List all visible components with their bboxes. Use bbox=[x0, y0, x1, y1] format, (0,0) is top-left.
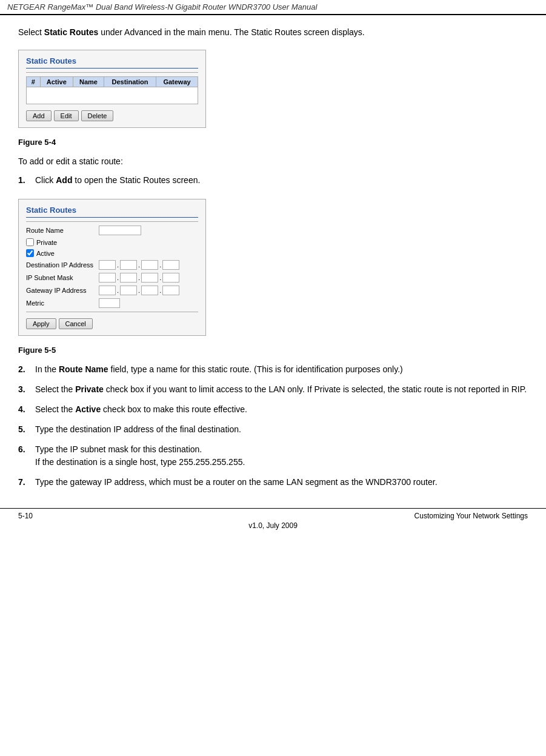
route-name-input[interactable] bbox=[99, 226, 141, 235]
subnet-octet-4[interactable] bbox=[162, 273, 179, 283]
step-2-text: In the Route Name field, type a name for… bbox=[35, 363, 403, 376]
footer-row1: 5-10 Customizing Your Network Settings bbox=[18, 509, 528, 521]
active-checkbox[interactable] bbox=[26, 249, 34, 257]
figure-5-buttons: Apply Cancel bbox=[26, 318, 198, 329]
step-4-after: check box to make this route effective. bbox=[101, 404, 247, 414]
step-3-num: 3. bbox=[18, 383, 32, 396]
step-2-num: 2. bbox=[18, 363, 32, 376]
subnet-octet-3[interactable] bbox=[141, 273, 158, 283]
col-active: Active bbox=[40, 77, 73, 87]
metric-row: Metric bbox=[26, 298, 198, 308]
figure-5-title: Static Routes bbox=[26, 206, 198, 218]
step-4-text: Select the Active check box to make this… bbox=[35, 403, 247, 416]
step-1-before: Click bbox=[35, 175, 56, 185]
step-5-text: Type the destination IP address of the f… bbox=[35, 423, 241, 436]
step-4: 4. Select the Active check box to make t… bbox=[18, 403, 528, 416]
figure-5-label: Figure 5-5 bbox=[18, 346, 528, 355]
page-content: Select Static Routes under Advanced in t… bbox=[0, 15, 546, 508]
figure-4-box: Static Routes # Active Name Destination … bbox=[18, 50, 206, 128]
active-row: Active bbox=[26, 249, 198, 257]
static-routes-table: # Active Name Destination Gateway bbox=[26, 76, 198, 104]
gateway-octet-1[interactable] bbox=[99, 286, 116, 295]
route-name-label: Route Name bbox=[26, 227, 99, 234]
step-3-bold: Private bbox=[75, 384, 104, 394]
step-6: 6. Type the IP subnet mask for this dest… bbox=[18, 443, 528, 469]
gateway-ip-row: Gateway IP Address . . . bbox=[26, 286, 198, 295]
footer-row2: v1.0, July 2009 bbox=[18, 521, 528, 533]
delete-button[interactable]: Delete bbox=[81, 110, 114, 121]
intro-text-after: under Advanced in the main menu. The Sta… bbox=[98, 27, 364, 37]
gateway-octet-2[interactable] bbox=[120, 286, 137, 295]
step-1-bold: Add bbox=[56, 175, 72, 185]
step-3-after: check box if you want to limit access to… bbox=[104, 384, 527, 394]
step-7: 7. Type the gateway IP address, which mu… bbox=[18, 476, 528, 489]
step-5-num: 5. bbox=[18, 423, 32, 436]
step-2-bold: Route Name bbox=[59, 364, 108, 374]
remaining-steps: 2. In the Route Name field, type a name … bbox=[18, 363, 528, 489]
metric-label: Metric bbox=[26, 299, 99, 307]
step-4-num: 4. bbox=[18, 403, 32, 416]
destination-ip-label: Destination IP Address bbox=[26, 261, 99, 269]
col-name: Name bbox=[73, 77, 104, 87]
col-hash: # bbox=[27, 77, 41, 87]
figure-4-buttons: Add Edit Delete bbox=[26, 110, 198, 121]
page-header: NETGEAR RangeMax™ Dual Band Wireless-N G… bbox=[0, 0, 546, 15]
step-4-before: Select the bbox=[35, 404, 75, 414]
footer-center: v1.0, July 2009 bbox=[248, 521, 298, 530]
subnet-octet-1[interactable] bbox=[99, 273, 116, 283]
subnet-mask-row: IP Subnet Mask . . . bbox=[26, 273, 198, 283]
steps-list: 1. Click Add to open the Static Routes s… bbox=[18, 174, 528, 187]
step-6-text: Type the IP subnet mask for this destina… bbox=[35, 443, 245, 469]
gateway-octet-4[interactable] bbox=[162, 286, 179, 295]
apply-button[interactable]: Apply bbox=[26, 318, 56, 329]
dest-ip-octet-2[interactable] bbox=[120, 260, 137, 270]
step-7-text: Type the gateway IP address, which must … bbox=[35, 476, 438, 489]
metric-input[interactable] bbox=[99, 298, 120, 308]
intro-text-before: Select bbox=[18, 27, 44, 37]
add-edit-intro: To add or edit a static route: bbox=[18, 155, 528, 168]
dest-ip-octet-1[interactable] bbox=[99, 260, 116, 270]
step-2: 2. In the Route Name field, type a name … bbox=[18, 363, 528, 376]
intro-bold: Static Routes bbox=[44, 27, 98, 37]
page-footer: 5-10 Customizing Your Network Settings v… bbox=[0, 508, 546, 533]
private-row: Private bbox=[26, 238, 198, 246]
private-checkbox[interactable] bbox=[26, 238, 34, 246]
edit-button[interactable]: Edit bbox=[54, 110, 79, 121]
add-button[interactable]: Add bbox=[26, 110, 52, 121]
figure-4-title: Static Routes bbox=[26, 56, 198, 69]
route-name-row: Route Name bbox=[26, 226, 198, 235]
figure-5-box: Static Routes Route Name Private Active … bbox=[18, 199, 206, 336]
step-5: 5. Type the destination IP address of th… bbox=[18, 423, 528, 436]
footer-right: Customizing Your Network Settings bbox=[414, 512, 528, 520]
subnet-mask-label: IP Subnet Mask bbox=[26, 274, 99, 281]
cancel-button[interactable]: Cancel bbox=[59, 318, 93, 329]
gateway-octet-3[interactable] bbox=[141, 286, 158, 295]
step-7-num: 7. bbox=[18, 476, 32, 489]
dest-ip-octet-3[interactable] bbox=[141, 260, 158, 270]
step-1-text: Click Add to open the Static Routes scre… bbox=[35, 174, 200, 187]
step-3-before: Select the bbox=[35, 384, 75, 394]
destination-ip-group: . . . bbox=[99, 260, 179, 270]
gateway-ip-label: Gateway IP Address bbox=[26, 287, 99, 294]
step-6-num: 6. bbox=[18, 443, 32, 469]
step-1-num: 1. bbox=[18, 174, 32, 187]
subnet-octet-2[interactable] bbox=[120, 273, 137, 283]
step-2-after: field, type a name for this static route… bbox=[108, 364, 403, 374]
step-3: 3. Select the Private check box if you w… bbox=[18, 383, 528, 396]
step-1: 1. Click Add to open the Static Routes s… bbox=[18, 174, 528, 187]
private-label: Private bbox=[36, 239, 57, 246]
col-destination: Destination bbox=[104, 77, 156, 87]
step-3-text: Select the Private check box if you want… bbox=[35, 383, 527, 396]
col-gateway: Gateway bbox=[156, 77, 198, 87]
dest-ip-octet-4[interactable] bbox=[162, 260, 179, 270]
active-label: Active bbox=[36, 250, 55, 257]
step-4-bold: Active bbox=[75, 404, 101, 414]
intro-paragraph: Select Static Routes under Advanced in t… bbox=[18, 26, 528, 39]
subnet-mask-group: . . . bbox=[99, 273, 179, 283]
gateway-ip-group: . . . bbox=[99, 286, 179, 295]
step-1-after: to open the Static Routes screen. bbox=[72, 175, 200, 185]
destination-ip-row: Destination IP Address . . . bbox=[26, 260, 198, 270]
step-2-before: In the bbox=[35, 364, 59, 374]
footer-left: 5-10 bbox=[18, 512, 33, 520]
figure-4-label: Figure 5-4 bbox=[18, 138, 528, 147]
